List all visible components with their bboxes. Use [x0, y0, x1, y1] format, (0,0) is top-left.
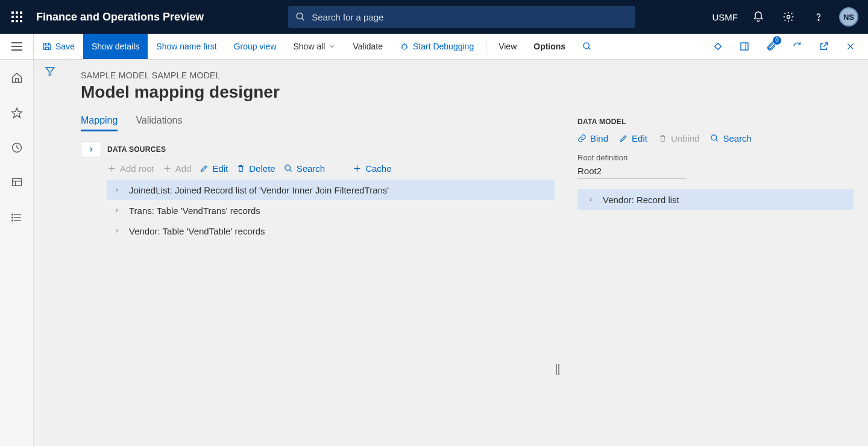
save-icon — [42, 42, 52, 51]
dm-search-button[interactable]: Search — [710, 133, 752, 143]
ds-search-button[interactable]: Search — [284, 163, 326, 174]
plus-icon — [353, 164, 362, 173]
plus-icon — [107, 164, 116, 173]
start-debugging-label: Start Debugging — [413, 42, 474, 51]
tree-row[interactable]: Vendor: Table 'VendTable' records — [107, 221, 555, 241]
svg-marker-32 — [46, 68, 54, 76]
dm-edit-button[interactable]: Edit — [619, 133, 647, 143]
search-command-button[interactable] — [574, 34, 600, 59]
dm-search-label: Search — [723, 133, 752, 143]
left-nav — [0, 60, 34, 446]
app-launcher-button[interactable] — [5, 5, 29, 29]
company-code[interactable]: USMF — [712, 12, 738, 22]
panel-collapse-button[interactable] — [81, 142, 101, 157]
notifications-button[interactable] — [749, 7, 768, 27]
filter-sidebar — [34, 60, 66, 446]
avatar[interactable]: NS — [839, 7, 858, 27]
search-icon — [295, 11, 306, 22]
diamond-icon — [712, 41, 723, 52]
trash-icon — [658, 134, 667, 143]
caret-icon[interactable] — [113, 228, 121, 234]
svg-point-43 — [711, 135, 717, 140]
ds-edit-label: Edit — [212, 163, 228, 174]
view-label: View — [498, 42, 517, 51]
unbind-label: Unbind — [671, 133, 700, 143]
svg-line-18 — [823, 43, 828, 47]
tree-row[interactable]: Trans: Table 'VendTrans' records — [107, 200, 555, 221]
chevron-right-icon — [115, 187, 119, 193]
filter-button[interactable] — [45, 66, 55, 446]
nav-workspaces[interactable] — [5, 171, 29, 195]
tree-row[interactable]: JoinedList: Joined Record list of 'Vendo… — [107, 180, 555, 200]
add-button: Add — [163, 163, 192, 174]
svg-rect-23 — [12, 178, 21, 186]
bind-button[interactable]: Bind — [577, 133, 608, 143]
nav-toggle-button[interactable] — [0, 34, 34, 59]
settings-button[interactable] — [779, 7, 798, 27]
tree-row-label: Vendor: Table 'VendTable' records — [129, 226, 265, 236]
popout-icon — [819, 41, 829, 52]
hamburger-icon — [11, 42, 22, 51]
svg-point-37 — [285, 165, 291, 171]
help-button[interactable] — [809, 7, 828, 27]
validate-button[interactable]: Validate — [344, 34, 391, 59]
attachments-badge: 0 — [773, 36, 781, 45]
refresh-button[interactable] — [786, 35, 809, 58]
cache-button[interactable]: Cache — [353, 163, 391, 174]
svg-line-44 — [716, 139, 718, 141]
ds-edit-button[interactable]: Edit — [200, 163, 228, 174]
popout-button[interactable] — [813, 35, 835, 58]
attachments-button[interactable]: 0 — [760, 35, 782, 58]
show-all-dropdown[interactable]: Show all — [285, 34, 345, 59]
nav-favorites[interactable] — [5, 101, 29, 125]
tab-mapping[interactable]: Mapping — [81, 115, 118, 131]
tree-row[interactable]: Vendor: Record list — [577, 189, 854, 210]
show-details-button[interactable]: Show details — [83, 34, 148, 59]
search-input[interactable] — [312, 12, 628, 22]
show-name-first-button[interactable]: Show name first — [148, 34, 225, 59]
nav-recent[interactable] — [5, 136, 29, 160]
svg-rect-42 — [558, 364, 559, 375]
page-title: Model mapping designer — [81, 83, 854, 102]
ds-delete-button[interactable]: Delete — [236, 163, 275, 174]
validate-label: Validate — [353, 42, 383, 51]
caret-icon[interactable] — [113, 187, 121, 193]
refresh-icon — [792, 41, 803, 52]
caret-icon[interactable] — [113, 207, 121, 213]
data-sources-panel: DATA SOURCES Add root Add — [81, 142, 555, 446]
options-label: Options — [533, 42, 565, 51]
group-view-label: Group view — [234, 42, 277, 51]
star-icon — [11, 107, 23, 119]
tab-validations[interactable]: Validations — [136, 115, 182, 131]
close-button[interactable] — [839, 35, 862, 58]
pane-icon — [739, 41, 750, 52]
root-definition-value[interactable]: Root2 — [577, 166, 686, 178]
nav-home[interactable] — [5, 66, 29, 90]
app-header: Finance and Operations Preview USMF NS — [0, 0, 868, 34]
view-menu[interactable]: View — [490, 34, 525, 59]
root-definition-label: Root definition — [577, 153, 854, 162]
caret-icon[interactable] — [587, 196, 594, 203]
pane-button[interactable] — [733, 35, 756, 58]
data-sources-toolbar: Add root Add Edit Delete — [81, 163, 555, 174]
search-box[interactable] — [288, 6, 635, 28]
search-icon — [284, 164, 293, 173]
svg-line-38 — [289, 169, 291, 171]
start-debugging-button[interactable]: Start Debugging — [391, 34, 482, 59]
header-right: USMF NS — [712, 7, 864, 27]
save-button[interactable]: Save — [34, 34, 83, 59]
nav-modules[interactable] — [5, 206, 29, 230]
group-view-button[interactable]: Group view — [225, 34, 285, 59]
options-menu[interactable]: Options — [525, 34, 574, 59]
tab-mapping-label: Mapping — [81, 115, 118, 125]
home-icon — [11, 72, 23, 84]
diamond-button[interactable] — [706, 35, 729, 58]
svg-rect-41 — [556, 364, 557, 375]
svg-point-3 — [818, 19, 819, 20]
chevron-right-icon — [88, 146, 94, 153]
chevron-right-icon — [115, 207, 119, 213]
data-model-tree: Vendor: Record list — [577, 189, 854, 210]
splitter[interactable] — [555, 292, 561, 446]
svg-rect-15 — [715, 43, 722, 50]
add-root-label: Add root — [120, 163, 154, 174]
